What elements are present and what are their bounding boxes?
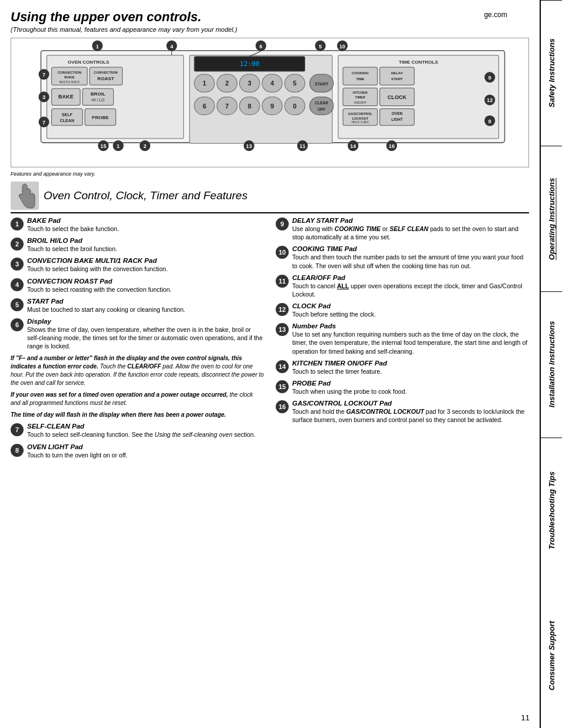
svg-text:OFF: OFF [318, 107, 325, 111]
feature-10: 10 COOKING TIME Pad Touch and then touch… [276, 245, 529, 269]
feature-14-title: KITCHEN TIMER ON/OFF Pad [292, 360, 529, 367]
feature-16-desc: Touch and hold the GAS/CONTROL LOCKOUT p… [292, 407, 529, 424]
col-right: 9 DELAY START Pad Use along with COOKING… [276, 217, 529, 463]
feature-15-title: PROBE Pad [292, 380, 529, 387]
tab-installation[interactable]: Installation Instructions [541, 291, 562, 437]
feature-3: 3 CONVECTION BAKE MULTI/1 RACK Pad Touch… [11, 257, 264, 273]
feature-2-desc: Touch to select the broil function. [27, 245, 264, 253]
feature-1-title: BAKE Pad [27, 217, 264, 224]
svg-text:14: 14 [350, 143, 356, 149]
svg-text:1: 1 [203, 80, 206, 87]
svg-text:GAS/CONTROL: GAS/CONTROL [348, 112, 373, 116]
tab-operating[interactable]: Operating Instructions [541, 146, 562, 291]
svg-text:DELAY: DELAY [391, 71, 403, 75]
svg-text:6: 6 [259, 44, 262, 50]
main-content: Using the upper oven controls. ge.com (T… [0, 0, 540, 469]
svg-text:9: 9 [270, 103, 274, 110]
feature-6-title: Display [27, 318, 264, 325]
feature-4: 4 CONVECTION ROAST Pad Touch to select r… [11, 278, 264, 294]
svg-text:12: 12 [487, 97, 492, 103]
feature-2: 2 BROIL HI/LO Pad Touch to select the br… [11, 237, 264, 253]
oven-diagram: OVEN CONTROLS CONVECTION BAKE MULTI/1 RA… [11, 38, 529, 167]
feature-1-desc: Touch to select the bake function. [27, 225, 264, 233]
sidebar: Safety Instructions Operating Instructio… [540, 0, 562, 728]
svg-text:12:00: 12:00 [240, 60, 259, 68]
feature-7-desc: Touch to select self-cleaning function. … [27, 430, 264, 439]
svg-text:TIME CONTROLS: TIME CONTROLS [399, 60, 438, 65]
svg-text:0: 0 [293, 103, 296, 110]
svg-text:3: 3 [42, 94, 45, 100]
feature-15: 15 PROBE Pad Touch when using the probe … [276, 380, 529, 396]
svg-text:BROIL: BROIL [91, 91, 105, 97]
feature-11-title: CLEAR/OFF Pad [292, 274, 529, 281]
feature-14-desc: Touch to select the timer feature. [292, 367, 529, 375]
svg-text:START: START [391, 77, 403, 81]
section-title: Oven Control, Clock, Timer and Features [44, 189, 247, 202]
feature-12-title: CLOCK Pad [292, 302, 529, 309]
feature-15-desc: Touch when using the probe to cook food. [292, 387, 529, 396]
svg-rect-53 [380, 67, 415, 85]
feature-13-title: Number Pads [292, 322, 529, 330]
svg-text:CLEAN: CLEAN [60, 118, 74, 123]
svg-text:ROAST: ROAST [97, 76, 114, 81]
svg-text:4: 4 [270, 80, 275, 87]
feature-3-desc: Touch to select baking with the convecti… [27, 265, 264, 273]
svg-text:HOLD 3 SEC: HOLD 3 SEC [351, 120, 369, 124]
svg-text:KITCHEN: KITCHEN [353, 91, 368, 94]
feature-2-title: BROIL HI/LO Pad [27, 237, 264, 244]
svg-text:9: 9 [488, 75, 491, 81]
svg-text:TIMER: TIMER [355, 95, 365, 99]
svg-text:CLEAR: CLEAR [315, 101, 329, 105]
svg-text:CONVECTION: CONVECTION [58, 71, 81, 74]
svg-rect-15 [52, 109, 82, 126]
svg-text:BAKE: BAKE [58, 94, 74, 100]
svg-text:BAKE: BAKE [64, 75, 74, 79]
feature-3-title: CONVECTION BAKE MULTI/1 RACK Pad [27, 257, 264, 264]
svg-text:8: 8 [488, 118, 491, 124]
svg-text:OVEN: OVEN [392, 111, 403, 116]
diagram-svg: OVEN CONTROLS CONVECTION BAKE MULTI/1 RA… [11, 38, 528, 167]
features-columns: 1 BAKE Pad Touch to select the bake func… [11, 217, 529, 463]
feature-8-desc: Touch to turn the oven light on or off. [27, 451, 264, 459]
svg-text:4: 4 [170, 44, 173, 50]
feature-5-title: START Pad [27, 298, 264, 305]
feature-14: 14 KITCHEN TIMER ON/OFF Pad Touch to sel… [276, 360, 529, 375]
svg-text:5: 5 [293, 80, 296, 87]
col-left: 1 BAKE Pad Touch to select the bake func… [11, 217, 264, 463]
feature-6: 6 Display Shows the time of day, oven te… [11, 318, 264, 351]
feature-9-desc: Use along with COOKING TIME or SELF CLEA… [292, 225, 529, 241]
svg-text:7: 7 [42, 72, 45, 78]
svg-text:OVEN CONTROLS: OVEN CONTROLS [68, 60, 110, 65]
tab-consumer[interactable]: Consumer Support [541, 583, 562, 728]
svg-text:16: 16 [389, 143, 395, 149]
feature-4-desc: Touch to select roasting with the convec… [27, 285, 264, 294]
tab-safety[interactable]: Safety Instructions [541, 0, 562, 146]
svg-text:LIGHT: LIGHT [391, 117, 403, 121]
feature-9-title: DELAY START Pad [292, 217, 529, 224]
svg-text:11: 11 [299, 143, 305, 149]
feature-1: 1 BAKE Pad Touch to select the bake func… [11, 217, 264, 233]
feature-6-desc: Shows the time of day, oven temperature,… [27, 325, 264, 351]
svg-rect-50 [343, 67, 378, 85]
feature-12-desc: Touch before setting the clock. [292, 310, 529, 318]
feature-9: 9 DELAY START Pad Use along with COOKING… [276, 217, 529, 241]
features-note: Features and appearance may vary. [11, 171, 529, 177]
feature-10-title: COOKING TIME Pad [292, 245, 529, 252]
feature-11-desc: Touch to cancel ALL upper oven operation… [292, 282, 529, 298]
svg-text:HI / LO: HI / LO [91, 98, 105, 102]
svg-text:CLOCK: CLOCK [388, 94, 407, 100]
feature-5: 5 START Pad Must be touched to start any… [11, 298, 264, 314]
svg-text:START: START [315, 82, 329, 86]
tab-troubleshooting[interactable]: Troubleshooting Tips [541, 437, 562, 583]
feature-11: 11 CLEAR/OFF Pad Touch to cancel ALL upp… [276, 274, 529, 298]
svg-text:TIME: TIME [356, 77, 364, 81]
feature-13-desc: Use to set any function requiring number… [292, 330, 529, 355]
svg-text:2: 2 [144, 143, 147, 149]
svg-text:10: 10 [339, 44, 345, 50]
warning-1: If "F– and a number or letter" flash in … [11, 354, 264, 387]
feature-8: 8 OVEN LIGHT Pad Touch to turn the oven … [11, 443, 264, 459]
svg-text:CONVECTION: CONVECTION [94, 71, 117, 74]
svg-text:13: 13 [246, 143, 252, 149]
page-number: 11 [521, 713, 530, 722]
page-title: Using the upper oven controls. [11, 9, 529, 25]
